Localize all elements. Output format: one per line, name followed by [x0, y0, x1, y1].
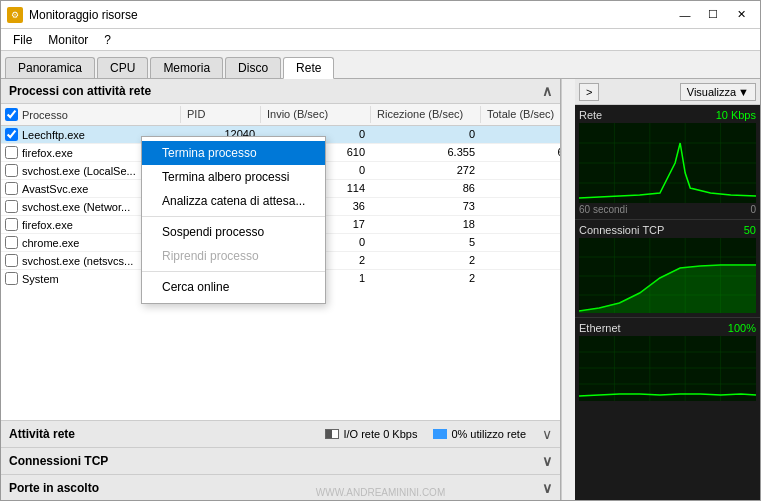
process-total: 1 [481, 126, 560, 143]
col-header-process: Processo [1, 106, 181, 123]
col-header-recv: Ricezione (B/sec) [371, 106, 481, 123]
window-controls: — ☐ ✕ [672, 5, 754, 25]
process-recv: 86 [371, 180, 481, 197]
process-total: 200 [481, 180, 560, 197]
process-total: 6.965 [481, 144, 560, 161]
ctx-separator-1 [142, 216, 325, 217]
visualizza-dropdown[interactable]: Visualizza ▼ [680, 83, 756, 101]
row-checkbox[interactable] [5, 254, 18, 267]
net-icon [433, 429, 447, 439]
attivita-rete-title: Attività rete [9, 427, 75, 441]
attivita-rete-section: Attività rete I/O rete 0 Kbps 0% utilizz… [1, 421, 560, 448]
tcp-chart-canvas [579, 238, 756, 313]
row-checkbox[interactable] [5, 236, 18, 249]
ethernet-chart-canvas [579, 336, 756, 401]
rete-chart-label: Rete [579, 109, 602, 121]
process-recv: 2 [371, 270, 481, 286]
process-total: 109 [481, 198, 560, 215]
process-name: svchost.exe (netsvcs... [22, 255, 133, 267]
process-total: 35 [481, 216, 560, 233]
minimize-button[interactable]: — [672, 5, 698, 25]
ctx-resume-process: Riprendi processo [142, 244, 325, 268]
app-icon: ⚙ [7, 7, 23, 23]
row-checkbox[interactable] [5, 128, 18, 141]
process-name: System [22, 273, 59, 285]
process-name: firefox.exe [22, 147, 73, 159]
process-recv: 272 [371, 162, 481, 179]
ctx-analyze-chain[interactable]: Analizza catena di attesa... [142, 189, 325, 213]
tcp-chart-value: 50 [744, 224, 756, 236]
process-recv: 6.355 [371, 144, 481, 161]
ethernet-chart-section: Ethernet 100% [575, 318, 760, 405]
process-total: 4 [481, 252, 560, 269]
rete-chart-canvas [579, 123, 756, 203]
tab-disco[interactable]: Disco [225, 57, 281, 78]
processes-chevron-icon: ∧ [542, 83, 552, 99]
rete-chart-value: 10 Kbps [716, 109, 756, 121]
processes-section-header[interactable]: Processi con attività rete ∧ [1, 79, 560, 104]
tab-rete[interactable]: Rete [283, 57, 334, 79]
ctx-terminate-process[interactable]: Termina processo [142, 141, 325, 165]
col-header-send: Invio (B/sec) [261, 106, 371, 123]
net-label: 0% utilizzo rete [451, 428, 526, 440]
attivita-rete-chevron-icon: ∨ [542, 426, 552, 442]
ctx-search-online[interactable]: Cerca online [142, 275, 325, 299]
row-checkbox[interactable] [5, 164, 18, 177]
process-name: svchost.exe (LocalSe... [22, 165, 136, 177]
row-checkbox[interactable] [5, 182, 18, 195]
tabbar: Panoramica CPU Memoria Disco Rete [1, 51, 760, 79]
porte-ascolto-title: Porte in ascolto [9, 481, 99, 495]
tab-panoramica[interactable]: Panoramica [5, 57, 95, 78]
process-name: svchost.exe (Networ... [22, 201, 130, 213]
right-toolbar: > Visualizza ▼ [575, 79, 760, 105]
connessioni-tcp-title: Connessioni TCP [9, 454, 108, 468]
ctx-terminate-tree[interactable]: Termina albero processi [142, 165, 325, 189]
visualizza-label: Visualizza [687, 86, 736, 98]
connessioni-tcp-header[interactable]: Connessioni TCP ∨ [1, 448, 560, 474]
row-checkbox[interactable] [5, 146, 18, 159]
process-table: Processo PID Invio (B/sec) Ricezione (B/… [1, 104, 560, 420]
io-icon [325, 429, 339, 439]
app-window: ⚙ Monitoraggio risorse — ☐ ✕ File Monito… [0, 0, 761, 501]
ethernet-chart-label: Ethernet [579, 322, 621, 334]
process-name: firefox.exe [22, 219, 73, 231]
left-panel: Processi con attività rete ∧ Processo PI… [1, 79, 561, 501]
row-checkbox[interactable] [5, 200, 18, 213]
connessioni-tcp-chevron-icon: ∨ [542, 453, 552, 469]
col-header-total: Totale (B/sec) [481, 106, 560, 123]
scrollbar[interactable] [561, 79, 575, 501]
porte-ascolto-chevron-icon: ∨ [542, 480, 552, 496]
process-recv: 2 [371, 252, 481, 269]
processes-title: Processi con attività rete [9, 84, 151, 98]
tab-cpu[interactable]: CPU [97, 57, 148, 78]
rete-chart-section: Rete 10 Kbps [575, 105, 760, 220]
rete-time-start: 60 secondi [579, 204, 627, 215]
menu-help[interactable]: ? [96, 31, 119, 49]
table-header: Processo PID Invio (B/sec) Ricezione (B/… [1, 104, 560, 126]
right-arrow-button[interactable]: > [579, 83, 599, 101]
select-all-checkbox[interactable] [5, 108, 18, 121]
window-title: Monitoraggio risorse [29, 8, 138, 22]
main-layout: Processi con attività rete ∧ Processo PI… [1, 79, 760, 501]
menu-file[interactable]: File [5, 31, 40, 49]
dropdown-arrow-icon: ▼ [738, 86, 749, 98]
row-checkbox[interactable] [5, 218, 18, 231]
ethernet-chart-value: 100% [728, 322, 756, 334]
tab-memoria[interactable]: Memoria [150, 57, 223, 78]
context-menu: Termina processo Termina albero processi… [141, 136, 326, 304]
menu-monitor[interactable]: Monitor [40, 31, 96, 49]
porte-ascolto-header[interactable]: Porte in ascolto ∨ [1, 475, 560, 501]
ctx-suspend-process[interactable]: Sospendi processo [142, 220, 325, 244]
process-recv: 73 [371, 198, 481, 215]
tcp-chart-section: Connessioni TCP 50 [575, 220, 760, 318]
process-recv: 5 [371, 234, 481, 251]
process-name: Leechftp.exe [22, 129, 85, 141]
maximize-button[interactable]: ☐ [700, 5, 726, 25]
close-button[interactable]: ✕ [728, 5, 754, 25]
process-recv: 0 [371, 126, 481, 143]
process-name: AvastSvc.exe [22, 183, 88, 195]
row-checkbox[interactable] [5, 272, 18, 285]
attivita-rete-header[interactable]: Attività rete I/O rete 0 Kbps 0% utilizz… [1, 421, 560, 447]
rete-time-end: 0 [750, 204, 756, 215]
porte-ascolto-section: Porte in ascolto ∨ [1, 475, 560, 501]
